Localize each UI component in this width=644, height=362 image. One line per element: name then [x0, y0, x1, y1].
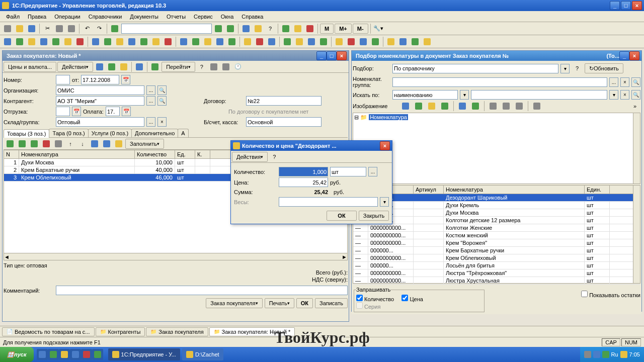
list-item[interactable]: —000000...Духи Москвашт: [353, 209, 640, 217]
tb-icon[interactable]: [118, 61, 129, 72]
tb2-icon[interactable]: [26, 36, 37, 47]
comment-input[interactable]: [56, 286, 348, 295]
qty-unit[interactable]: [330, 167, 366, 176]
tb-icon[interactable]: [501, 101, 512, 112]
window-tab[interactable]: 📁 Контрагенты: [96, 327, 145, 336]
start-button[interactable]: 🪟 пуск: [0, 347, 34, 362]
refresh-button[interactable]: ↻ Обновить: [585, 63, 623, 73]
vscrollbar[interactable]: [633, 186, 640, 283]
goto-button[interactable]: Перейти: [162, 62, 195, 72]
kontr-input[interactable]: [56, 96, 144, 106]
list-item[interactable]: —0000000000...Крем Облепиховыйшт: [353, 254, 640, 262]
tb2-icon[interactable]: [102, 36, 113, 47]
dialog-ok[interactable]: ОК: [327, 211, 357, 221]
tb2-icon[interactable]: [318, 36, 329, 47]
dogovor-input[interactable]: [246, 96, 321, 106]
lookup-icon[interactable]: 🔍: [157, 85, 167, 95]
add-icon[interactable]: [5, 138, 16, 149]
qty-input[interactable]: [279, 167, 328, 176]
select-button[interactable]: ...: [368, 167, 377, 176]
search-by-combo[interactable]: [392, 90, 458, 100]
tool-icon-2[interactable]: [292, 23, 303, 34]
calendar-icon[interactable]: 📅: [121, 75, 130, 84]
dialog-cancel[interactable]: Закрыть: [359, 211, 389, 221]
fill-button[interactable]: Заполнить: [125, 139, 164, 149]
tb2-icon[interactable]: [114, 36, 125, 47]
dropdown-icon[interactable]: ▾: [380, 197, 389, 207]
find-icon[interactable]: [109, 23, 120, 34]
tab-services[interactable]: Услуги (0 поз.): [88, 129, 132, 137]
ok-button[interactable]: ОК: [296, 298, 313, 308]
date-input[interactable]: [81, 75, 119, 84]
dialog-close[interactable]: ×: [380, 141, 390, 150]
window-tab-active[interactable]: 📁 Заказ покупателя: Новый *: [209, 327, 295, 336]
paste-icon[interactable]: [66, 23, 77, 34]
tb2-icon[interactable]: [294, 36, 305, 47]
window-tab[interactable]: 📁 Заказ покупателя: [146, 327, 208, 336]
list-item[interactable]: —0000000000...Люстра "Трёхрожковая"шт: [353, 269, 640, 277]
col-k[interactable]: К.: [195, 150, 210, 158]
list-item[interactable]: —000000...Лосьён для бритьяшт: [353, 262, 640, 269]
clock[interactable]: 7:05: [629, 351, 640, 357]
open-icon[interactable]: [14, 23, 25, 34]
tb-icon[interactable]: [514, 101, 525, 112]
col-n[interactable]: N: [4, 150, 19, 158]
list-item[interactable]: —0000000000...Колготки Женскиешт: [353, 224, 640, 232]
tb2-icon[interactable]: [38, 36, 49, 47]
maximize-button[interactable]: □: [621, 1, 631, 10]
tb2-icon[interactable]: [190, 36, 201, 47]
tb2-icon[interactable]: [74, 36, 86, 47]
clock-icon[interactable]: 🕐: [232, 61, 244, 72]
podbor-combo[interactable]: [392, 64, 558, 73]
down-icon[interactable]: ↓: [77, 138, 88, 149]
mdi-maximize[interactable]: □: [327, 51, 337, 60]
mdi-close[interactable]: ×: [629, 51, 639, 60]
tb2-icon[interactable]: [422, 36, 433, 47]
actions-button[interactable]: Действия: [57, 62, 93, 72]
mdi-close[interactable]: ×: [337, 51, 347, 60]
col-unit[interactable]: Един.: [585, 186, 610, 194]
quicklaunch-icon[interactable]: [37, 349, 48, 360]
tb2-icon[interactable]: [202, 36, 213, 47]
quicklaunch-icon[interactable]: [81, 349, 92, 360]
save-icon[interactable]: [26, 23, 37, 34]
menu-documents[interactable]: Документы: [126, 13, 163, 21]
sort-icon[interactable]: [89, 138, 100, 149]
tb2-icon[interactable]: [370, 36, 381, 47]
calc-icon[interactable]: [240, 23, 252, 34]
help-icon[interactable]: ?: [265, 23, 276, 34]
find-prev-icon[interactable]: [225, 23, 236, 34]
calendar-icon[interactable]: [253, 23, 264, 34]
list-item[interactable]: —0000000000...Костюм женскийшт: [353, 232, 640, 239]
edit-icon[interactable]: [17, 138, 28, 149]
tb-icon[interactable]: [470, 101, 481, 112]
task-button[interactable]: 1С:Предприятие - У...: [108, 348, 180, 360]
menu-file[interactable]: Файл: [2, 13, 24, 21]
m-minus-button[interactable]: M-: [353, 24, 368, 34]
hscrollbar[interactable]: ◄►: [4, 253, 347, 260]
tb2-icon[interactable]: [334, 36, 345, 47]
cut-icon[interactable]: ✂: [42, 23, 53, 34]
bschet-input[interactable]: [246, 117, 321, 127]
dropdown-icon[interactable]: ▾: [460, 90, 469, 100]
col-unit[interactable]: Ед.: [175, 150, 195, 158]
order-button[interactable]: Заказ покупателя: [206, 298, 262, 308]
tb2-icon[interactable]: [62, 36, 73, 47]
tb-icon[interactable]: [220, 61, 231, 72]
tb-icon[interactable]: [426, 101, 437, 112]
find-next-icon[interactable]: [213, 23, 224, 34]
quicklaunch-icon[interactable]: [70, 349, 81, 360]
task-button[interactable]: D:\Zachet: [182, 348, 223, 360]
clear-button[interactable]: ×: [620, 90, 629, 100]
close-button[interactable]: ×: [632, 1, 642, 10]
tb-icon[interactable]: [134, 61, 145, 72]
chevron-icon[interactable]: »: [629, 101, 640, 112]
tb2-icon[interactable]: [306, 36, 317, 47]
otgruzka-input[interactable]: [56, 107, 70, 116]
delete-icon[interactable]: [41, 138, 52, 149]
oplata-input[interactable]: [106, 107, 120, 116]
mdi-minimize[interactable]: _: [619, 51, 629, 60]
tray-icon[interactable]: [602, 351, 609, 358]
price-input[interactable]: [279, 177, 328, 187]
tb2-icon[interactable]: [397, 36, 409, 47]
